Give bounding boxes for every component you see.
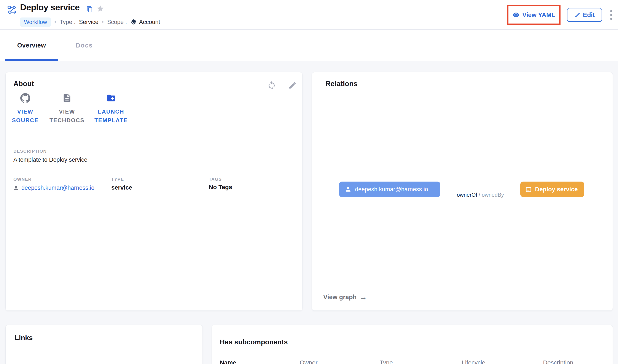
tags-label: TAGS: [209, 177, 222, 182]
subcomponents-title: Has subcomponents: [220, 338, 288, 346]
page-header: Deploy service Workflow • Type : Service…: [0, 0, 618, 30]
owner-label: OWNER: [13, 177, 32, 182]
view-source-label: VIEWSOURCE: [12, 107, 39, 125]
column-header-name[interactable]: Name: [220, 359, 236, 364]
node-owner-label: deepesh.kumar@harness.io: [355, 186, 428, 193]
view-yaml-highlight-box: View YAML: [507, 5, 561, 25]
more-options-button[interactable]: [608, 9, 614, 21]
github-icon: [20, 93, 30, 103]
relations-title: Relations: [325, 80, 358, 88]
page-title: Deploy service: [20, 3, 80, 12]
edit-label: Edit: [583, 12, 595, 19]
subcomponents-card: Has subcomponents Name Owner Type Lifecy…: [212, 325, 613, 364]
type-label: Type :: [60, 19, 76, 26]
refresh-icon[interactable]: [267, 81, 276, 90]
column-header-owner[interactable]: Owner: [300, 359, 317, 364]
tags-value: No Tags: [209, 184, 232, 191]
relation-node-owner[interactable]: deepesh.kumar@harness.io: [339, 182, 440, 197]
entity-meta-row: Workflow • Type : Service • Scope : Acco…: [20, 17, 160, 27]
eye-icon: [512, 11, 520, 19]
edit-button[interactable]: Edit: [567, 8, 602, 22]
view-source-action[interactable]: VIEWSOURCE: [9, 93, 41, 125]
copy-icon[interactable]: [86, 6, 93, 13]
tab-overview-label: Overview: [5, 42, 58, 49]
content-area: About VIEWSOURCE VIEWTECHDOCS: [0, 61, 618, 364]
type-value: Service: [79, 19, 98, 26]
techdocs-file-icon: [62, 93, 72, 103]
launch-template-folder-icon: [106, 93, 116, 103]
relation-edge-line: [440, 189, 520, 189]
view-yaml-label: View YAML: [522, 12, 555, 19]
edit-pencil-icon: [574, 12, 580, 18]
scope-value: Account: [139, 19, 160, 26]
about-title: About: [13, 80, 34, 88]
column-header-lifecycle[interactable]: Lifecycle: [462, 359, 485, 364]
workflow-icon: [7, 5, 17, 15]
node-entity-label: Deploy service: [535, 186, 578, 193]
tab-bar: Overview Docs: [0, 30, 618, 61]
view-graph-label: View graph: [323, 294, 357, 301]
tab-docs[interactable]: Docs: [65, 30, 104, 61]
tab-overview[interactable]: Overview: [5, 30, 58, 61]
about-card: About VIEWSOURCE VIEWTECHDOCS: [5, 72, 303, 311]
launch-template-label: LAUNCHTEMPLATE: [94, 107, 128, 125]
bullet-separator: •: [54, 19, 56, 25]
layers-icon: [130, 19, 137, 26]
favorite-star-icon[interactable]: [96, 5, 104, 13]
links-card: Links: [5, 325, 203, 364]
relation-edge-label: ownerOf / ownedBy: [440, 192, 520, 198]
view-graph-link[interactable]: View graph →: [323, 293, 367, 301]
workflow-badge: Workflow: [20, 17, 51, 27]
node-person-icon: [345, 186, 351, 193]
description-text: A template to Deploy service: [13, 156, 87, 163]
relation-node-entity[interactable]: Deploy service: [520, 182, 584, 197]
owner-row: deepesh.kumar@harness.io: [13, 185, 94, 191]
launch-template-action[interactable]: LAUNCHTEMPLATE: [88, 93, 134, 125]
owner-person-icon: [13, 185, 19, 191]
bullet-separator: •: [102, 19, 104, 25]
type-field-value: service: [111, 184, 132, 191]
links-title: Links: [15, 334, 33, 342]
about-edit-pencil-icon[interactable]: [288, 81, 297, 90]
node-entity-icon: [525, 186, 532, 193]
type-field-label: TYPE: [111, 177, 124, 182]
column-header-type[interactable]: Type: [380, 359, 393, 364]
view-yaml-button[interactable]: View YAML: [512, 11, 555, 19]
header-actions: View YAML Edit: [507, 0, 614, 30]
owner-link[interactable]: deepesh.kumar@harness.io: [21, 185, 94, 191]
description-label: DESCRIPTION: [13, 149, 47, 154]
tab-docs-label: Docs: [65, 42, 104, 49]
column-header-description[interactable]: Description: [543, 359, 573, 364]
scope-value-wrap: Account: [130, 19, 160, 26]
relations-card: Relations ownerOf / ownedBy deepesh.kuma…: [312, 72, 613, 311]
active-tab-indicator: [5, 59, 58, 61]
view-graph-arrow: →: [360, 293, 367, 301]
view-techdocs-label: VIEWTECHDOCS: [50, 107, 84, 125]
view-techdocs-action[interactable]: VIEWTECHDOCS: [44, 93, 90, 125]
scope-label: Scope :: [107, 19, 127, 26]
